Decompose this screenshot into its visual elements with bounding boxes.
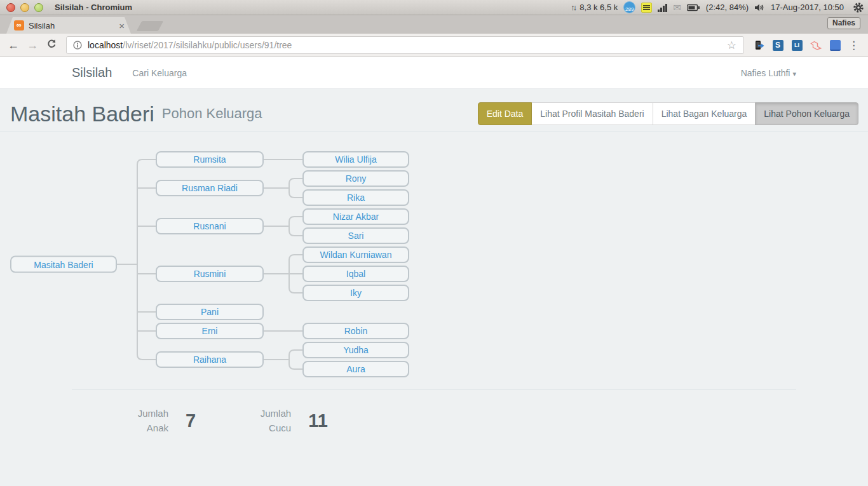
- stat-cucu-label: Jumlah Cucu: [196, 407, 291, 435]
- desktop-panel: Silsilah - Chromium ↑↓ 8,3 k 6,5 k 289 ✉…: [0, 0, 868, 15]
- action-button-group: Edit Data Lihat Profil Masitah Baderi Li…: [478, 102, 858, 125]
- page-header: Masitah Baderi Pohon Keluarga Edit Data …: [0, 89, 868, 132]
- tree-node[interactable]: Nizar Akbar: [302, 208, 409, 225]
- stat-cucu-value: 11: [308, 410, 328, 431]
- ext-li-icon[interactable]: LI: [790, 39, 803, 51]
- battery-label: (2:42, 84%): [706, 3, 749, 12]
- reload-button[interactable]: [43, 39, 60, 52]
- stat-anak-value: 7: [186, 410, 196, 431]
- stats-divider: [72, 389, 796, 390]
- settings-gear-icon[interactable]: [853, 2, 864, 13]
- lihat-profil-button[interactable]: Lihat Profil Masitah Baderi: [531, 102, 653, 125]
- window-minimize-button[interactable]: [20, 3, 29, 12]
- stat-jumlah-cucu: Jumlah Cucu 11: [196, 407, 328, 435]
- family-tree: Wilia UlfijaRumsitaRonyRikaRusman RiadiN…: [0, 145, 868, 386]
- stat-jumlah-anak: Jumlah Anak 7: [72, 407, 196, 435]
- ext-blue-square-icon[interactable]: [829, 39, 841, 51]
- window-title: Silsilah - Chromium: [55, 3, 132, 12]
- tree-node[interactable]: Rusnani: [156, 218, 264, 234]
- notes-list-icon[interactable]: [641, 3, 652, 13]
- url-text[interactable]: localhost/lv/riset/2017/silsilahku/publi…: [88, 40, 726, 50]
- tree-node[interactable]: Yudha: [302, 342, 409, 358]
- page-subtitle: Pohon Keluarga: [162, 105, 262, 122]
- tree-node[interactable]: Robin: [302, 323, 409, 339]
- url-host: localhost: [88, 40, 123, 50]
- lihat-bagan-button[interactable]: Lihat Bagan Keluarga: [653, 102, 756, 125]
- browser-toolbar: ← → localhost/lv/riset/2017/silsilahku/p…: [0, 34, 868, 57]
- edit-data-button[interactable]: Edit Data: [478, 102, 532, 125]
- reload-icon: [46, 39, 57, 49]
- tree-node[interactable]: Wilia Ulfija: [302, 151, 409, 168]
- mail-icon[interactable]: ✉: [673, 2, 681, 13]
- tree-node[interactable]: Rony: [302, 170, 409, 187]
- tab-title: Silsilah: [29, 21, 118, 30]
- app-navbar: Silsilah Cari Keluarga Nafies Luthfi▾: [0, 57, 868, 89]
- tree-node[interactable]: Iky: [302, 285, 409, 301]
- volume-icon[interactable]: [754, 3, 765, 12]
- ext-phone-arrow-icon[interactable]: [752, 39, 765, 51]
- tree-node[interactable]: Raihana: [156, 351, 264, 368]
- ext-s-icon[interactable]: S: [771, 39, 784, 51]
- tab-favicon-icon: ∞: [14, 20, 24, 30]
- window-maximize-button[interactable]: [34, 3, 43, 12]
- caret-down-icon: ▾: [792, 70, 796, 78]
- user-menu[interactable]: Nafies Luthfi▾: [741, 68, 796, 78]
- omnibox[interactable]: localhost/lv/riset/2017/silsilahku/publi…: [66, 36, 744, 54]
- tree-node[interactable]: Aura: [302, 361, 409, 377]
- tree-node[interactable]: Rusman Riadi: [156, 180, 264, 196]
- clock[interactable]: 17-Aug-2017, 10:50: [771, 3, 844, 12]
- system-tray: ↑↓ 8,3 k 6,5 k 289 ✉ (2:42, 84%) 17-Aug-…: [571, 1, 864, 13]
- tree-node[interactable]: Rusmini: [156, 266, 264, 282]
- stat-anak-label: Jumlah Anak: [72, 407, 168, 435]
- url-path: /lv/riset/2017/silsilahku/public/users/9…: [123, 40, 292, 50]
- tree-node[interactable]: Rika: [302, 189, 409, 206]
- nav-link-cari-keluarga[interactable]: Cari Keluarga: [132, 68, 187, 78]
- tree-node[interactable]: Sari: [302, 227, 409, 244]
- tree-node[interactable]: Pani: [156, 304, 264, 320]
- tree-node[interactable]: Iqbal: [302, 266, 409, 282]
- window-controls: [6, 3, 43, 12]
- network-traffic-label: 8,3 k 6,5 k: [580, 3, 618, 12]
- nafies-overlay-badge: Nafies: [827, 17, 860, 29]
- stats-section: Jumlah Anak 7 Jumlah Cucu 11: [62, 389, 806, 461]
- info-icon[interactable]: [72, 40, 83, 50]
- user-name: Nafies Luthfi: [741, 68, 790, 78]
- tree-node[interactable]: Rumsita: [156, 151, 264, 168]
- battery-icon[interactable]: [687, 4, 700, 11]
- tree-node[interactable]: Erni: [156, 323, 264, 339]
- bookmark-star-icon[interactable]: ☆: [726, 39, 738, 52]
- messenger-indicator-icon[interactable]: 289: [623, 1, 635, 13]
- browser-tab[interactable]: ∞ Silsilah ×: [6, 17, 131, 34]
- forward-button[interactable]: →: [24, 39, 41, 52]
- page-title: Masitah Baderi: [10, 102, 154, 126]
- tree-node-root[interactable]: Masitah Baderi: [10, 256, 117, 273]
- browser-menu-icon[interactable]: ⋮: [846, 39, 863, 52]
- new-tab-button[interactable]: [137, 21, 164, 31]
- browser-tab-strip: ∞ Silsilah × Nafies: [0, 15, 868, 34]
- back-button[interactable]: ←: [5, 39, 22, 52]
- navbar-brand[interactable]: Silsilah: [72, 65, 112, 80]
- tab-close-icon[interactable]: ×: [118, 20, 126, 31]
- window-close-button[interactable]: [6, 3, 15, 12]
- ext-laravel-icon[interactable]: [810, 39, 822, 51]
- lihat-pohon-button[interactable]: Lihat Pohon Keluarga: [755, 102, 858, 125]
- network-traffic-icon[interactable]: ↑↓: [571, 3, 575, 12]
- signal-bars-icon[interactable]: [658, 3, 667, 12]
- tree-node[interactable]: Wildan Kurniawan: [302, 246, 409, 263]
